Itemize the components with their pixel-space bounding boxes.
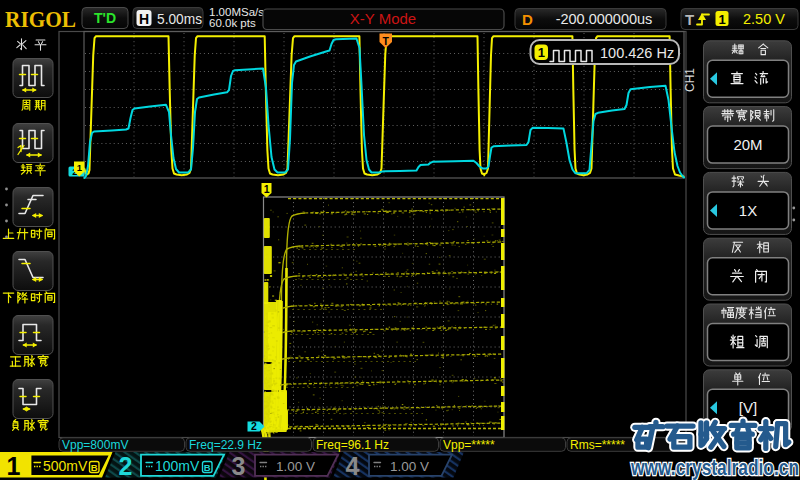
svg-text:Vpp=800mV: Vpp=800mV [62, 438, 128, 452]
svg-text:100.426 Hz: 100.426 Hz [600, 45, 674, 61]
svg-text:1.00 V: 1.00 V [390, 459, 429, 474]
svg-text:Rms=*****: Rms=***** [570, 438, 625, 452]
svg-text:Freq=22.9 Hz: Freq=22.9 Hz [189, 438, 262, 452]
svg-text:D: D [522, 11, 533, 28]
svg-text:1: 1 [264, 183, 270, 195]
svg-text:1: 1 [77, 162, 83, 173]
svg-text:T'D: T'D [94, 10, 116, 26]
svg-text:1: 1 [718, 12, 725, 27]
svg-text:1: 1 [538, 45, 545, 60]
svg-text:1X: 1X [739, 202, 757, 219]
svg-text:2.50 V: 2.50 V [743, 11, 785, 27]
svg-text:60.0k pts: 60.0k pts [209, 17, 256, 29]
svg-text:1: 1 [7, 452, 21, 480]
svg-text:www.crystalradio.cn: www.crystalradio.cn [630, 456, 799, 480]
svg-text:20M: 20M [733, 136, 762, 153]
svg-text:X-Y Mode: X-Y Mode [350, 10, 416, 27]
svg-text:100mV: 100mV [155, 458, 200, 474]
svg-text:3: 3 [232, 452, 246, 480]
svg-text:H: H [139, 11, 149, 27]
svg-text:5.00ms: 5.00ms [157, 10, 202, 27]
svg-text:4: 4 [346, 452, 360, 480]
svg-text:Freq=96.1 Hz: Freq=96.1 Hz [316, 438, 389, 452]
svg-text:T: T [685, 11, 694, 28]
svg-text:CH1: CH1 [683, 68, 697, 92]
svg-text:RIGOL: RIGOL [5, 7, 76, 32]
svg-text:T: T [383, 35, 390, 47]
svg-text:500mV: 500mV [43, 458, 88, 474]
svg-text:2: 2 [119, 452, 133, 480]
svg-text:-200.000000us: -200.000000us [556, 11, 653, 27]
svg-text:[V]: [V] [739, 399, 757, 416]
svg-text:B: B [91, 462, 98, 473]
svg-text:2: 2 [251, 420, 257, 432]
svg-text:1.00 V: 1.00 V [276, 459, 315, 474]
svg-text:Vpp=*****: Vpp=***** [443, 438, 495, 452]
svg-text:B: B [204, 462, 211, 473]
